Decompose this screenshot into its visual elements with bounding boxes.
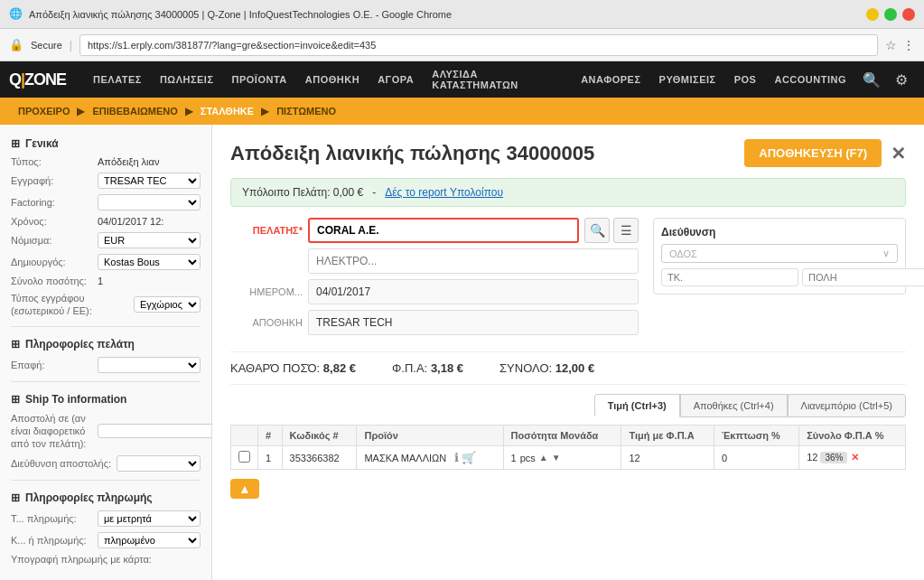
epafi-label: Επαφή:: [11, 360, 92, 370]
field-epafi: Επαφή:: [0, 354, 211, 376]
field-dimiourgos: Δημιουργός: Kostas Bous: [0, 251, 211, 273]
maximize-button[interactable]: [884, 8, 897, 21]
qty-down-arrow[interactable]: ▼: [552, 453, 561, 463]
nav-accounting[interactable]: ACCOUNTING: [765, 61, 855, 98]
typos-egrafou-label: Τύπος εγγράφου (εσωτερικού / ΕΕ):: [11, 292, 128, 318]
nomisma-select[interactable]: EUR: [98, 232, 201, 248]
row-product: ΜΑΣΚΑ ΜΑΛΛΙΩΝ ℹ 🛒: [357, 446, 503, 470]
synolo-posotis-value: 1: [98, 276, 201, 286]
tk-input[interactable]: [661, 268, 798, 286]
nav-proionta[interactable]: ΠΡΟΪΟΝΤΑ: [223, 61, 296, 98]
epafi-select[interactable]: [98, 357, 201, 373]
menu-icon[interactable]: ⋮: [902, 38, 915, 52]
pelatis-input[interactable]: [308, 218, 579, 243]
close-button[interactable]: ✕: [891, 143, 906, 164]
grid-icon-pelatis: ⊞: [11, 338, 20, 351]
status-stalthike[interactable]: ΣΤΑΛΘΗΚΕ: [201, 106, 254, 117]
delete-row-button[interactable]: ✕: [851, 452, 859, 463]
address-box: Διεύθυνση ΟΔΟΣ ∨: [653, 218, 906, 295]
browser-window-controls[interactable]: [866, 8, 915, 21]
qty-up-arrow[interactable]: ▲: [539, 453, 548, 463]
scroll-up-button[interactable]: ▲: [230, 479, 259, 499]
typos-label: Τύπος:: [11, 156, 92, 167]
hlektro-field: [230, 248, 639, 274]
chronos-label: Χρόνος:: [11, 216, 92, 227]
sidebar: ⊞ Γενικά Τύπος: Απόδειξη λιαν Εγγραφή: T…: [0, 125, 212, 580]
section-ship-to: ⊞ Ship To information: [0, 388, 211, 409]
content-panel: Απόδειξη λιανικής πώλησης 34000005 ΑΠΟΘΗ…: [212, 125, 924, 580]
section-pliromi-label: Πληροφορίες πληρωμής: [25, 491, 153, 504]
status-epivevaiwmeno[interactable]: ΕΠΙΒΕΒΑΙΩΜΕΝΟ: [92, 106, 177, 117]
eggrafi-label: Εγγραφή:: [11, 175, 92, 186]
col-discount: Έκπτωση %: [714, 426, 798, 446]
row-num: 1: [258, 446, 283, 470]
cart-icon[interactable]: 🛒: [462, 451, 476, 464]
poli-input[interactable]: [802, 268, 924, 286]
nav-poliseis[interactable]: ΠΩΛΗΣΕΙΣ: [151, 61, 223, 98]
nav-agora[interactable]: ΑΓΟΡΑ: [369, 61, 423, 98]
section-pliromi: ⊞ Πληροφορίες πληρωμής: [0, 486, 211, 508]
form-left: ΠΕΛΑΤΗΣ* 🔍 ☰ ΗΜΕΡΟΜ...: [230, 218, 639, 341]
nav-anafores[interactable]: ΑΝΑΦΟΡΕΣ: [572, 61, 649, 98]
divider-1: [11, 326, 201, 327]
nav-apothiki[interactable]: ΑΠΟΘΗΚΗ: [296, 61, 369, 98]
nav-alysida[interactable]: ΑΛΥΣΙΔΑ ΚΑΤΑΣΤΗΜΑΤΩΝ: [423, 61, 572, 98]
nav-pos[interactable]: POS: [725, 61, 766, 98]
synolo-total: ΣΥΝΟΛΟ: 12,00 €: [499, 361, 594, 375]
hmerominia-input[interactable]: [308, 279, 639, 304]
url-input[interactable]: [79, 34, 878, 56]
dieythynsi-apostolis-select[interactable]: [117, 455, 201, 472]
synolo-posotis-label: Σύνολο ποσότης:: [11, 276, 92, 286]
dimiourgos-select[interactable]: Kostas Bous: [98, 254, 201, 270]
hmerominia-field: ΗΜΕΡΟΜ...: [230, 279, 639, 304]
settings-nav-icon[interactable]: ⚙: [888, 61, 915, 98]
browser-close-button[interactable]: [902, 8, 915, 21]
main-area: ⊞ Γενικά Τύπος: Απόδειξη λιαν Εγγραφή: T…: [0, 125, 924, 580]
balance-report-link[interactable]: Δές το report Υπολοίπου: [385, 186, 503, 199]
dieythynsi-apostolis-label: Διεύθυνση αποστολής:: [11, 458, 111, 469]
bookmark-icon[interactable]: ☆: [885, 38, 897, 52]
nav-pelates[interactable]: ΠΕΛΑΤΕΣ: [84, 61, 151, 98]
status-arrow-3: ▶: [261, 105, 269, 117]
synolo-value: 12,00 €: [555, 361, 594, 375]
katastasi-pliromi-select[interactable]: πληρωμένο: [98, 532, 201, 548]
list-pelatis-icon[interactable]: ☰: [613, 218, 639, 243]
hlektro-input[interactable]: [308, 248, 639, 274]
search-nav-icon[interactable]: 🔍: [855, 61, 888, 98]
minimize-button[interactable]: [866, 8, 879, 21]
apothiki-input[interactable]: [308, 310, 639, 335]
address-title: Διεύθυνση: [661, 226, 898, 239]
eggrafi-select[interactable]: TRESAR TEC: [98, 173, 201, 189]
typos-egrafou-select[interactable]: Εγχώριος: [134, 296, 201, 313]
section-genika: ⊞ Γενικά: [0, 132, 211, 154]
save-button[interactable]: ΑΠΟΘΗΚΕΥΣΗ (F7): [744, 139, 882, 167]
nav-rythmiseis[interactable]: ΡΥΘΜΙΣΕΙΣ: [650, 61, 725, 98]
tropos-pliromi-select[interactable]: με μετρητά: [98, 510, 201, 527]
ypografi-label: Υπογραφή πληρωμής με κάρτα:: [11, 554, 152, 565]
row-checkbox[interactable]: [238, 451, 250, 463]
odos-select[interactable]: ΟΔΟΣ ∨: [661, 244, 898, 263]
secure-label: Secure: [31, 40, 62, 51]
field-dieythynsi-apostolis: Διεύθυνση αποστολής:: [0, 453, 211, 474]
grid-icon-ship: ⊞: [11, 393, 20, 406]
status-pistwo​meno[interactable]: ΠΙΣΤΩΜΕΝΟ: [276, 106, 336, 117]
table-header-row: # Κωδικός # Προϊόν Ποσότητα Μονάδα Τιμή …: [231, 426, 906, 446]
odos-placeholder: ΟΔΟΣ: [669, 248, 697, 259]
tropos-pliromi-label: Τ... πληρωμής:: [11, 513, 92, 524]
content-header: Απόδειξη λιανικής πώλησης 34000005 ΑΠΟΘΗ…: [230, 139, 906, 167]
tab-timi[interactable]: Τιμή (Ctrl+3): [594, 394, 680, 417]
nomisma-label: Νόμισμα:: [11, 235, 92, 246]
info-icon[interactable]: ℹ: [454, 451, 459, 464]
browser-favicon: 🌐: [9, 7, 23, 22]
row-code: 353366382: [282, 446, 357, 470]
tab-apothikes[interactable]: Αποθήκες (Ctrl+4): [680, 394, 788, 417]
status-procheiro[interactable]: ΠΡΟΧΕΙΡΟ: [18, 106, 70, 117]
tab-lianemborio[interactable]: Λιανεμπόριο (Ctrl+5): [788, 394, 906, 417]
search-pelatis-icon[interactable]: 🔍: [584, 218, 610, 243]
apostoli-input[interactable]: [98, 424, 212, 438]
address-sub-row: [661, 268, 898, 286]
grid-icon-pliromi: ⊞: [11, 491, 20, 504]
col-num: #: [258, 426, 283, 446]
factoring-select[interactable]: [98, 194, 201, 210]
fpa-total: Φ.Π.Α: 3,18 €: [392, 361, 463, 375]
